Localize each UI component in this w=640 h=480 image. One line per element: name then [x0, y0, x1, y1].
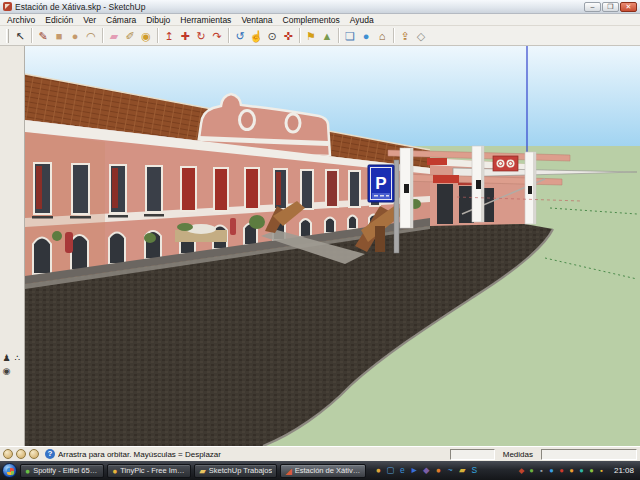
toolbar-grip[interactable] [6, 29, 9, 43]
beam-sign-small [427, 158, 447, 165]
window-title: Estación de Xátiva.skp - SketchUp [15, 2, 145, 12]
google-earth-icon[interactable]: ● [358, 28, 374, 44]
taskbar-button-estacion-sketchup[interactable]: ◢Estación de Xátiva.skp... [280, 464, 366, 478]
title-bar: Estación de Xátiva.skp - SketchUp – ❐ ✕ [0, 0, 640, 14]
windows-logo-icon [7, 468, 14, 475]
eraser-icon[interactable]: ▰ [106, 28, 122, 44]
menu-complementos[interactable]: Complementos [278, 15, 345, 25]
toolbar-separator [157, 28, 158, 43]
status-hint: Arrastra para orbitar. Mayúsculas = Desp… [58, 450, 447, 459]
rotate-icon[interactable]: ↻ [193, 28, 209, 44]
minimize-button[interactable]: – [584, 2, 601, 12]
start-button[interactable] [2, 463, 17, 478]
menu-herramientas[interactable]: Herramientas [175, 15, 236, 25]
pan-icon[interactable]: ☝ [248, 28, 264, 44]
rectangle-icon[interactable]: ■ [51, 28, 67, 44]
move-icon[interactable]: ✚ [177, 28, 193, 44]
measure-value-field[interactable] [541, 449, 637, 460]
photo-textures-icon[interactable]: ❏ [342, 28, 358, 44]
tape-measure-icon[interactable]: ✐ [122, 28, 138, 44]
remote-desktop-icon[interactable]: ▢ [385, 464, 396, 477]
toolbar-separator [393, 28, 394, 43]
camera-tools: ♟∴◉ [1, 352, 24, 378]
taskbar-button-label: Spotify - Eiffel 65 – W... [33, 466, 99, 475]
taskbar: ●Spotify - Eiffel 65 – W...●TinyPic - Fr… [0, 461, 640, 480]
orbit-icon[interactable]: ↺ [232, 28, 248, 44]
app-z-icon[interactable]: ◆ [421, 464, 432, 477]
line-icon[interactable]: ✎ [35, 28, 51, 44]
component-icon[interactable]: ◇ [413, 28, 429, 44]
taskbar-button-label: Estación de Xátiva.skp... [295, 466, 361, 475]
menu-bar: ArchivoEdiciónVerCámaraDibujoHerramienta… [0, 14, 640, 26]
toolbar-separator [102, 28, 103, 43]
toolbar-separator [228, 28, 229, 43]
spotify-icon: ● [25, 465, 30, 477]
help-icon[interactable]: ? [45, 449, 55, 459]
push-pull-icon[interactable]: ↥ [161, 28, 177, 44]
offset-icon[interactable]: ↷ [209, 28, 225, 44]
tray-icon-5-icon[interactable]: ● [557, 465, 566, 476]
oculus-left [240, 111, 255, 130]
quick-launch: ●▢e►◆●~▰S [373, 464, 480, 477]
taskbar-button-sketchup-trabajos-folder[interactable]: ▰SketchUp Trabajos [194, 464, 277, 478]
menu-camara[interactable]: Cámara [101, 15, 141, 25]
3d-viewport[interactable]: P [25, 46, 640, 446]
estacion-sketchup-icon: ◢ [285, 465, 292, 477]
taskbar-button-spotify[interactable]: ●Spotify - Eiffel 65 – W... [20, 464, 104, 478]
share-model-icon[interactable]: ⇪ [397, 28, 413, 44]
get-models-icon[interactable]: ⌂ [374, 28, 390, 44]
menu-ayuda[interactable]: Ayuda [345, 15, 379, 25]
tray-icon-1-icon[interactable]: ◆ [517, 465, 526, 476]
medallion-icon-2[interactable] [16, 449, 26, 459]
tray-icon-3-icon[interactable]: ▪ [537, 465, 546, 476]
arc-icon[interactable]: ◠ [83, 28, 99, 44]
zoom-extents-icon[interactable]: ✜ [280, 28, 296, 44]
status-bar: ? Arrastra para orbitar. Mayúsculas = De… [0, 446, 640, 461]
sign-pole [394, 160, 399, 253]
window-controls: – ❐ ✕ [584, 2, 637, 12]
tray-icon-6-icon[interactable]: ● [567, 465, 576, 476]
folder-icon[interactable]: ▰ [457, 464, 468, 477]
toolbar-separator [338, 28, 339, 43]
toolbar-separator [299, 28, 300, 43]
medallion-icon-1[interactable] [3, 449, 13, 459]
paint-bucket-icon[interactable]: ◉ [138, 28, 154, 44]
menu-dibujo[interactable]: Dibujo [141, 15, 175, 25]
tray-icon-4-icon[interactable]: ● [547, 465, 556, 476]
taskbar-button-label: SketchUp Trabajos [209, 466, 272, 475]
model-scene[interactable]: P [25, 46, 640, 446]
media-player-icon[interactable]: ► [409, 464, 420, 477]
circle-icon[interactable]: ● [67, 28, 83, 44]
walk-icon[interactable]: ∴ [12, 352, 23, 365]
maximize-button[interactable]: ❐ [602, 2, 619, 12]
oculus-right [286, 114, 300, 132]
menu-edicion[interactable]: Edición [40, 15, 78, 25]
look-around-icon[interactable]: ◉ [1, 365, 12, 378]
chrome-icon[interactable]: ● [373, 464, 384, 477]
zoom-icon[interactable]: ⊙ [264, 28, 280, 44]
toggle-terrain-icon[interactable]: ▲ [319, 28, 335, 44]
menu-ver[interactable]: Ver [78, 15, 101, 25]
toolbar-icons: ↖✎■●◠▰✐◉↥✚↻↷↺☝⊙✜⚑▲❏●⌂⇪◇ [12, 28, 429, 44]
messenger-icon[interactable]: ~ [445, 464, 456, 477]
close-button[interactable]: ✕ [620, 2, 637, 12]
add-location-icon[interactable]: ⚑ [303, 28, 319, 44]
taskbar-buttons: ●Spotify - Eiffel 65 – W...●TinyPic - Fr… [20, 464, 366, 478]
tray-icon-2-icon[interactable]: ● [527, 465, 536, 476]
select-icon[interactable]: ↖ [12, 28, 28, 44]
skype-icon[interactable]: S [469, 464, 480, 477]
parking-sign-label: P [375, 174, 386, 193]
internet-explorer-icon[interactable]: e [397, 464, 408, 477]
medallion-icon-3[interactable] [29, 449, 39, 459]
tray-icon-8-icon[interactable]: ● [587, 465, 596, 476]
system-tray: ◆●▪●●●●●▪ [517, 465, 606, 476]
menu-archivo[interactable]: Archivo [2, 15, 40, 25]
left-dock: ♟∴◉ [0, 46, 25, 446]
firefox-icon[interactable]: ● [433, 464, 444, 477]
position-camera-icon[interactable]: ♟ [1, 352, 12, 365]
taskbar-button-tinypic-chrome[interactable]: ●TinyPic - Free Image H... [107, 464, 191, 478]
tinypic-chrome-icon: ● [112, 465, 117, 477]
tray-icon-9-icon[interactable]: ▪ [597, 465, 606, 476]
menu-ventana[interactable]: Ventana [236, 15, 277, 25]
tray-icon-7-icon[interactable]: ● [577, 465, 586, 476]
